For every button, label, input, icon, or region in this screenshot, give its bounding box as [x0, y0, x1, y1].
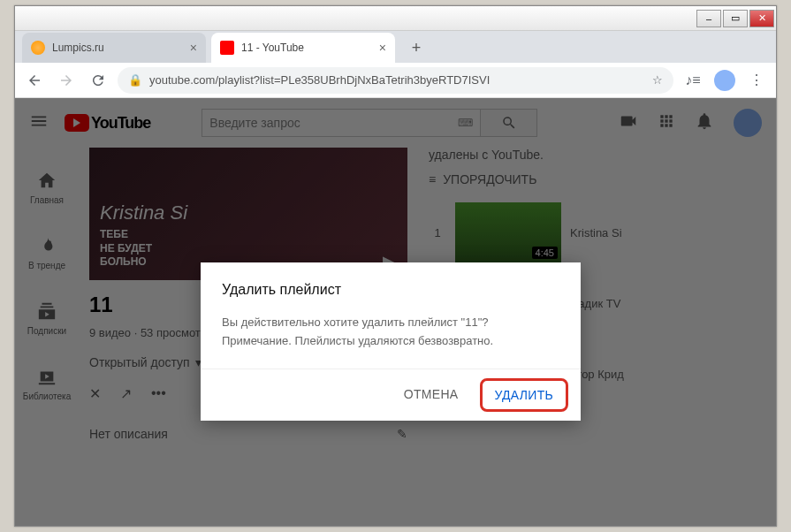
url-text: youtube.com/playlist?list=PLe358UBrhDjNx…: [149, 73, 490, 87]
dialog-title: Удалить плейлист: [222, 282, 559, 298]
media-icon[interactable]: ♪≡: [681, 68, 705, 93]
minimize-button[interactable]: –: [696, 10, 721, 27]
tab-close-icon[interactable]: ×: [379, 41, 386, 55]
new-tab-button[interactable]: +: [404, 35, 429, 60]
dialog-message-2: Примечание. Плейлисты удаляются безвозвр…: [222, 332, 559, 351]
back-button[interactable]: [22, 68, 47, 93]
profile-avatar[interactable]: [712, 68, 737, 93]
favicon-icon: [31, 41, 45, 55]
os-window: – ▭ ✕ Lumpics.ru × 11 - YouTube × + 🔒 yo: [14, 5, 777, 527]
browser-tab-youtube[interactable]: 11 - YouTube ×: [211, 33, 395, 63]
browser-tab-lumpics[interactable]: Lumpics.ru ×: [22, 33, 206, 63]
close-window-button[interactable]: ✕: [749, 10, 774, 27]
cancel-button[interactable]: ОТМЕНА: [390, 378, 473, 412]
lock-icon: 🔒: [128, 73, 142, 87]
favicon-icon: [220, 41, 234, 55]
browser-chrome: Lumpics.ru × 11 - YouTube × + 🔒 youtube.…: [15, 31, 776, 526]
maximize-button[interactable]: ▭: [723, 10, 748, 27]
delete-button[interactable]: УДАЛИТЬ: [480, 378, 568, 412]
titlebar: – ▭ ✕: [15, 6, 776, 31]
reload-button[interactable]: [86, 68, 110, 93]
tab-title: 11 - YouTube: [241, 42, 304, 54]
star-icon[interactable]: ☆: [652, 73, 663, 87]
tab-title: Lumpics.ru: [52, 42, 104, 54]
page-viewport: YouTube Введите запрос ⌨ Глав: [15, 98, 776, 526]
dialog-message-1: Вы действительно хотите удалить плейлист…: [222, 314, 559, 332]
tab-close-icon[interactable]: ×: [190, 41, 197, 55]
url-input[interactable]: 🔒 youtube.com/playlist?list=PLe358UBrhDj…: [118, 67, 673, 94]
address-bar: 🔒 youtube.com/playlist?list=PLe358UBrhDj…: [15, 63, 776, 98]
tab-strip: Lumpics.ru × 11 - YouTube × +: [15, 31, 776, 63]
menu-icon[interactable]: ⋮: [744, 68, 769, 93]
delete-playlist-dialog: Удалить плейлист Вы действительно хотите…: [201, 262, 581, 421]
forward-button[interactable]: [54, 68, 79, 93]
